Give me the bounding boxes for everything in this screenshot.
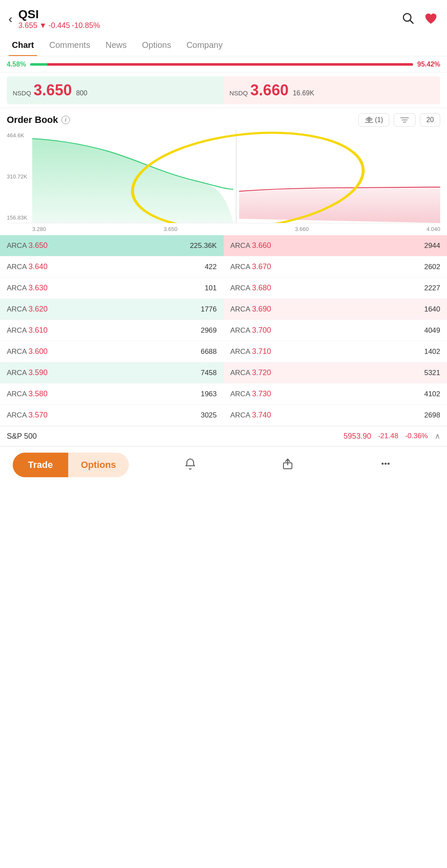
tab-options[interactable]: Options xyxy=(134,34,179,56)
table-row: ARCA 3.620 1776 ARCA 3.690 1640 xyxy=(0,299,447,320)
svg-rect-5 xyxy=(368,120,370,122)
chart-x-labels: 3.280 3.650 3.660 4.040 xyxy=(32,226,440,232)
table-row: ARCA 3.600 6688 ARCA 3.710 1402 xyxy=(0,341,447,362)
ticker-symbol: QSI xyxy=(18,8,100,21)
ticker-info: QSI 3.655 ▼ -0.445 -10.85% xyxy=(18,8,100,30)
bell-button[interactable] xyxy=(180,454,200,476)
svg-point-13 xyxy=(381,462,383,465)
bid-size: 800 xyxy=(76,89,87,97)
bottom-ticker-bar[interactable]: S&P 500 5953.90 -21.48 -0.36% ∧ xyxy=(0,426,447,446)
ask-cell-2: ARCA 3.680 2227 xyxy=(224,278,447,298)
bid-exchange-1: ARCA xyxy=(7,263,27,271)
bid-qty-7: 1963 xyxy=(201,390,217,398)
header: ‹ QSI 3.655 ▼ -0.445 -10.85% xyxy=(0,0,447,34)
order-book-chart-svg xyxy=(32,130,440,223)
table-row: ARCA 3.580 1963 ARCA 3.730 4102 xyxy=(0,384,447,405)
tab-chart[interactable]: Chart xyxy=(4,34,42,56)
bid-qty-5: 6688 xyxy=(201,348,217,356)
svg-marker-4 xyxy=(365,117,373,120)
bid-qty-0: 225.36K xyxy=(190,242,217,250)
tab-news[interactable]: News xyxy=(98,34,134,56)
ask-exchange-2: ARCA xyxy=(230,284,250,292)
order-book-header: Order Book i (1) 20 xyxy=(0,108,447,130)
bottom-nav: Trade Options xyxy=(0,446,447,483)
options-button[interactable]: Options xyxy=(68,453,129,477)
ask-exchange-3: ARCA xyxy=(230,305,250,314)
more-button[interactable] xyxy=(376,454,395,476)
ask-cell-6: ARCA 3.720 5321 xyxy=(224,362,447,383)
ask-price-3: 3.690 xyxy=(252,305,271,314)
bottom-ticker-name: S&P 500 xyxy=(7,432,37,441)
table-row: ARCA 3.610 2969 ARCA 3.700 4049 xyxy=(0,320,447,341)
bid-cell-2: ARCA 3.630 101 xyxy=(0,278,224,298)
bid-price-8: 3.570 xyxy=(28,411,47,420)
bank-filter-button[interactable]: (1) xyxy=(358,113,390,127)
bank-count: (1) xyxy=(375,116,383,124)
ticker-price: 3.655 xyxy=(18,21,37,30)
bid-price-7: 3.580 xyxy=(28,389,47,398)
ask-cell-7: ARCA 3.730 4102 xyxy=(224,384,447,404)
svg-rect-2 xyxy=(365,122,373,123)
info-icon[interactable]: i xyxy=(61,116,70,124)
ask-price: 3.660 xyxy=(250,81,289,99)
bid-cell-7: ARCA 3.580 1963 xyxy=(0,384,224,404)
ask-cell-3: ARCA 3.690 1640 xyxy=(224,299,447,320)
svg-line-1 xyxy=(410,20,413,23)
bid-exchange-2: ARCA xyxy=(7,284,27,292)
x-label-3: 3.660 xyxy=(295,226,309,232)
ask-cell-4: ARCA 3.700 4049 xyxy=(224,320,447,341)
bid-cell-0: ARCA 3.650 225.36K xyxy=(0,235,224,256)
bid-exchange-8: ARCA xyxy=(7,411,27,420)
bid-cell-5: ARCA 3.600 6688 xyxy=(0,341,224,362)
bid-qty-8: 3025 xyxy=(201,411,217,420)
ask-qty-1: 2602 xyxy=(424,263,440,271)
y-label-bot: 156.83K xyxy=(7,214,27,221)
back-button[interactable]: ‹ xyxy=(8,12,12,26)
tab-company[interactable]: Company xyxy=(179,34,230,56)
ask-cell-0: ARCA 3.660 2944 xyxy=(224,235,447,256)
order-book-table: ARCA 3.650 225.36K ARCA 3.660 2944 ARCA … xyxy=(0,235,447,426)
ask-price-7: 3.730 xyxy=(252,389,271,398)
chart-area: 464.6K 310.72K 156.83K 3 xyxy=(7,130,440,223)
header-left: ‹ QSI 3.655 ▼ -0.445 -10.85% xyxy=(8,8,100,30)
ask-side: NSDQ 3.660 16.69K xyxy=(224,76,441,104)
tab-comments[interactable]: Comments xyxy=(42,34,98,56)
tabs: Chart Comments News Options Company xyxy=(0,34,447,56)
spread-pct-right: 95.42% xyxy=(417,61,440,68)
table-row: ARCA 3.570 3025 ARCA 3.740 2698 xyxy=(0,405,447,426)
bid-cell-1: ARCA 3.640 422 xyxy=(0,256,224,277)
bid-price-1: 3.640 xyxy=(28,262,47,271)
ask-qty-4: 4049 xyxy=(424,326,440,335)
trade-button[interactable]: Trade xyxy=(13,453,68,477)
ask-exchange-5: ARCA xyxy=(230,348,250,356)
bid-price-6: 3.590 xyxy=(28,368,47,377)
ask-qty-6: 5321 xyxy=(424,369,440,377)
ticker-arrow: ▼ xyxy=(39,21,47,30)
bid-exchange: NSDQ xyxy=(13,89,31,97)
bottom-ticker-arrow: ∧ xyxy=(435,431,440,441)
table-row: ARCA 3.650 225.36K ARCA 3.660 2944 xyxy=(0,235,447,256)
bid-ask-row: NSDQ 3.650 800 NSDQ 3.660 16.69K xyxy=(0,72,447,108)
table-row: ARCA 3.590 7458 ARCA 3.720 5321 xyxy=(0,362,447,384)
depth-button[interactable]: 20 xyxy=(420,113,440,127)
search-icon[interactable] xyxy=(401,11,415,27)
table-row: ARCA 3.630 101 ARCA 3.680 2227 xyxy=(0,278,447,299)
spread-pct-left: 4.58% xyxy=(7,61,26,68)
ask-exchange-8: ARCA xyxy=(230,411,250,420)
bid-side: NSDQ 3.650 800 xyxy=(7,76,224,104)
nav-icons xyxy=(129,454,434,476)
bid-qty-6: 7458 xyxy=(201,369,217,377)
bid-exchange-7: ARCA xyxy=(7,390,27,398)
bid-qty-2: 101 xyxy=(205,284,217,292)
ask-price-5: 3.710 xyxy=(252,347,271,356)
heart-icon[interactable] xyxy=(423,11,439,28)
filter-button[interactable] xyxy=(394,113,416,127)
table-row: ARCA 3.640 422 ARCA 3.670 2602 xyxy=(0,256,447,278)
ask-qty-5: 1402 xyxy=(424,348,440,356)
bid-cell-3: ARCA 3.620 1776 xyxy=(0,299,224,320)
ask-price-4: 3.700 xyxy=(252,326,271,335)
share-button[interactable] xyxy=(278,454,297,476)
x-label-1: 3.280 xyxy=(32,226,46,232)
bid-price-5: 3.600 xyxy=(28,347,47,356)
bid-exchange-0: ARCA xyxy=(7,242,27,250)
